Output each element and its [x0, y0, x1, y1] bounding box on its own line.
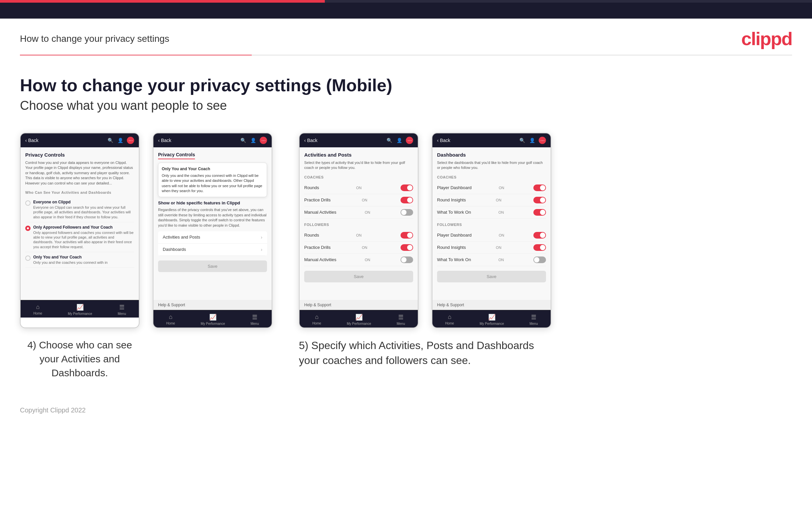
- chevron-dashboards: ›: [261, 247, 262, 252]
- back-button-2[interactable]: ‹ Back: [158, 138, 171, 143]
- person-icon-1[interactable]: 👤: [117, 137, 123, 144]
- coaches-drills-toggle[interactable]: [401, 197, 413, 204]
- back-button-1[interactable]: ‹ Back: [25, 138, 39, 143]
- search-icon-3[interactable]: 🔍: [386, 137, 393, 144]
- followers-label-3: FOLLOWERS: [304, 223, 413, 227]
- menu-icon-4: ☰: [531, 314, 536, 321]
- dashboards-row[interactable]: Dashboards ›: [158, 243, 267, 256]
- show-hide-title: Show or hide specific features in Clippd: [158, 201, 267, 206]
- phone-nav-3: ‹ Back 🔍 👤 ⋯: [300, 133, 418, 147]
- phone-nav-4: ‹ Back 🔍 👤 ⋯: [433, 133, 551, 147]
- followers-manual-row: Manual Activities ON: [304, 254, 413, 266]
- bottom-nav-3: ⌂ Home 📈 My Performance ☰ Menu: [300, 310, 418, 328]
- copyright-text: Copyright Clippd 2022: [20, 406, 86, 414]
- bottom-home-2[interactable]: ⌂ Home: [166, 314, 175, 326]
- bottom-nav-2: ⌂ Home 📈 My Performance ☰ Menu: [153, 310, 272, 328]
- back-button-3[interactable]: ‹ Back: [304, 138, 317, 143]
- radio-circle-approved: [25, 226, 31, 231]
- bottom-performance-1[interactable]: 📈 My Performance: [68, 303, 92, 316]
- search-icon-4[interactable]: 🔍: [519, 137, 525, 144]
- help-support-2: Help & Support: [153, 300, 272, 310]
- radio-circle-you-coach: [25, 256, 31, 261]
- bottom-performance-3[interactable]: 📈 My Performance: [347, 314, 371, 326]
- chart-icon-1: 📈: [77, 303, 84, 311]
- bottom-home-3[interactable]: ⌂ Home: [312, 314, 321, 326]
- person-icon-4[interactable]: 👤: [529, 137, 536, 144]
- back-button-4[interactable]: ‹ Back: [437, 138, 450, 143]
- save-button-2[interactable]: Save: [158, 261, 267, 272]
- radio-option-everyone[interactable]: Everyone on Clippd Everyone on Clippd ca…: [25, 197, 134, 222]
- home-icon-1: ⌂: [36, 303, 40, 311]
- phone-nav-2: ‹ Back 🔍 👤 ⋯: [153, 133, 272, 147]
- coaches-rounds-toggle[interactable]: [401, 184, 413, 191]
- caption-4-text: 4) Choose who can see your Activities an…: [20, 338, 140, 380]
- followers-manual-toggle[interactable]: [401, 257, 413, 263]
- coaches-roundinsights-toggle[interactable]: [534, 197, 546, 204]
- bottom-menu-2[interactable]: ☰ Menu: [250, 314, 259, 326]
- person-icon-3[interactable]: 👤: [396, 137, 403, 144]
- bottom-menu-4[interactable]: ☰ Menu: [529, 314, 538, 326]
- menu-icon-1: ☰: [119, 303, 124, 311]
- caption-spacer: [153, 338, 272, 380]
- activities-posts-row[interactable]: Activities and Posts ›: [158, 231, 267, 243]
- more-icon-3[interactable]: ⋯: [406, 137, 413, 144]
- caption-5-text: 5) Specify which Activities, Posts and D…: [299, 338, 551, 368]
- dashboards-desc: Select the dashboards that you'd like to…: [437, 160, 546, 171]
- bottom-menu-3[interactable]: ☰ Menu: [397, 314, 405, 326]
- followers-roundinsights-toggle[interactable]: [534, 244, 546, 251]
- coaches-label-4: COACHES: [437, 175, 546, 179]
- search-icon-2[interactable]: 🔍: [240, 137, 246, 144]
- who-section-label: Who Can See Your Activities and Dashboar…: [25, 190, 134, 194]
- coaches-whattowork-toggle[interactable]: [534, 209, 546, 216]
- followers-whattowork-toggle[interactable]: [534, 257, 546, 263]
- tooltip-popup: Only You and Your Coach Only you and the…: [158, 163, 267, 197]
- phone-screen-2: ‹ Back 🔍 👤 ⋯ Privacy Controls: [153, 133, 272, 328]
- coaches-whattowork-row: What To Work On ON: [437, 206, 546, 219]
- screen4-content: Dashboards Select the dashboards that yo…: [433, 147, 551, 300]
- followers-playerdash-toggle[interactable]: [534, 232, 546, 238]
- caption-left: 4) Choose who can see your Activities an…: [20, 338, 272, 380]
- radio-option-you-coach[interactable]: Only You and Your Coach Only you and the…: [25, 252, 134, 268]
- page-heading: How to change your privacy settings (Mob…: [20, 75, 792, 95]
- coaches-playerdash-toggle[interactable]: [534, 184, 546, 191]
- chart-icon-3: 📈: [355, 314, 363, 321]
- more-icon-2[interactable]: ⋯: [260, 137, 267, 144]
- save-button-3[interactable]: Save: [304, 271, 413, 282]
- tooltip-title: Only You and Your Coach: [162, 166, 263, 172]
- radio-option-approved[interactable]: Only Approved Followers and Your Coach O…: [25, 222, 134, 252]
- help-support-4: Help & Support: [433, 300, 551, 310]
- followers-rounds-toggle[interactable]: [401, 232, 413, 238]
- screen3-content: Activities and Posts Select the types of…: [300, 147, 418, 300]
- caption-right: 5) Specify which Activities, Posts and D…: [299, 338, 551, 368]
- bottom-menu-1[interactable]: ☰ Menu: [117, 303, 126, 316]
- save-button-4[interactable]: Save: [437, 271, 546, 282]
- bottom-performance-4[interactable]: 📈 My Performance: [479, 314, 504, 326]
- coaches-manual-toggle[interactable]: [401, 209, 413, 216]
- main-content: How to change your privacy settings (Mob…: [0, 55, 812, 393]
- person-icon-2[interactable]: 👤: [250, 137, 256, 144]
- more-icon-1[interactable]: ⋯: [127, 137, 134, 144]
- chevron-left-icon-1: ‹: [25, 138, 27, 143]
- radio-option-approved-text: Only Approved Followers and Your Coach O…: [33, 225, 134, 249]
- followers-drills-toggle[interactable]: [401, 244, 413, 251]
- followers-whattowork-row: What To Work On ON: [437, 254, 546, 266]
- bottom-performance-2[interactable]: 📈 My Performance: [201, 314, 225, 326]
- privacy-controls-tab[interactable]: Privacy Controls: [158, 152, 195, 159]
- top-bar: [0, 3, 812, 18]
- nav-icons-1: 🔍 👤 ⋯: [107, 137, 134, 144]
- search-icon-1[interactable]: 🔍: [107, 137, 114, 144]
- tooltip-desc: Only you and the coaches you connect wit…: [162, 173, 263, 194]
- phone-screen-3: ‹ Back 🔍 👤 ⋯ Activities and Posts Select…: [299, 133, 418, 328]
- radio-option-everyone-text: Everyone on Clippd Everyone on Clippd ca…: [33, 200, 134, 219]
- nav-icons-3: 🔍 👤 ⋯: [386, 137, 413, 144]
- activities-posts-title: Activities and Posts: [304, 152, 413, 158]
- more-icon-4[interactable]: ⋯: [539, 137, 546, 144]
- bottom-home-1[interactable]: ⌂ Home: [33, 303, 42, 316]
- screenshots-container: ‹ Back 🔍 👤 ⋯ Privacy Controls Control ho…: [20, 133, 792, 380]
- nav-icons-4: 🔍 👤 ⋯: [519, 137, 546, 144]
- followers-playerdash-row: Player Dashboard ON: [437, 229, 546, 241]
- group-right: ‹ Back 🔍 👤 ⋯ Activities and Posts Select…: [299, 133, 551, 368]
- header: How to change your privacy settings clip…: [0, 18, 812, 55]
- bottom-home-4[interactable]: ⌂ Home: [445, 314, 454, 326]
- bottom-nav-4: ⌂ Home 📈 My Performance ☰ Menu: [433, 310, 551, 328]
